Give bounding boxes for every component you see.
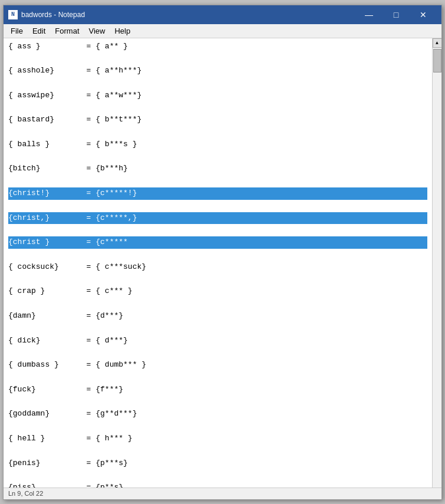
cursor-position: Ln 9, Col 22	[8, 490, 43, 497]
scroll-thumb[interactable]	[433, 49, 441, 73]
app-icon: N	[8, 10, 18, 19]
menu-format[interactable]: Format	[50, 24, 84, 37]
window-title: badwords - Notepad	[21, 11, 355, 19]
minimize-button[interactable]: —	[355, 5, 383, 24]
text-line: {goddamn} = {g**d***}	[8, 408, 427, 420]
text-line: { ass } = { a** }	[8, 41, 427, 53]
text-line: {christ } = {c*****	[8, 236, 427, 249]
menu-file[interactable]: File	[6, 24, 28, 37]
text-line: { bastard} = { b**t***}	[8, 114, 427, 126]
text-line: {christ!} = {c*****!}	[8, 187, 427, 200]
text-line: {fuck} = {f***}	[8, 384, 427, 396]
menu-edit[interactable]: Edit	[28, 24, 50, 37]
close-button[interactable]: ✕	[410, 5, 437, 24]
maximize-button[interactable]: □	[383, 5, 410, 24]
menu-help[interactable]: Help	[110, 24, 135, 37]
text-line: { cocksuck} = { c***suck}	[8, 261, 427, 274]
title-bar: N badwords - Notepad — □ ✕	[4, 5, 441, 24]
menu-bar: File Edit Format View Help	[4, 24, 441, 38]
text-line: { crap } = { c*** }	[8, 285, 427, 298]
text-line: {damn} = {d***}	[8, 310, 427, 322]
status-bar: Ln 9, Col 22	[4, 487, 441, 499]
menu-view[interactable]: View	[84, 24, 110, 37]
text-line: { balls } = { b***s }	[8, 139, 427, 151]
text-line: {christ,} = {c*****,}	[8, 212, 427, 225]
text-line: { asswipe} = { a**w***}	[8, 90, 427, 102]
notepad-window: N badwords - Notepad — □ ✕ File Edit For…	[3, 5, 442, 500]
text-line: {penis} = {p***s}	[8, 457, 427, 470]
text-content[interactable]: { ass } = { a** } { asshole} = { a**h***…	[4, 38, 432, 487]
editor-area[interactable]: { ass } = { a** } { asshole} = { a**h***…	[4, 38, 441, 487]
window-controls: — □ ✕	[355, 5, 437, 24]
text-line: { asshole} = { a**h***}	[8, 65, 427, 77]
text-line: { dick} = { d***}	[8, 335, 427, 347]
text-line: {bitch} = {b***h}	[8, 163, 427, 175]
scrollbar-vertical[interactable]: ▲	[432, 38, 441, 487]
text-line: {piss} = {p**s}	[8, 482, 427, 487]
text-line: { dumbass } = { dumb*** }	[8, 359, 427, 371]
scroll-up-button[interactable]: ▲	[433, 38, 442, 48]
text-line: { hell } = { h*** }	[8, 433, 427, 445]
